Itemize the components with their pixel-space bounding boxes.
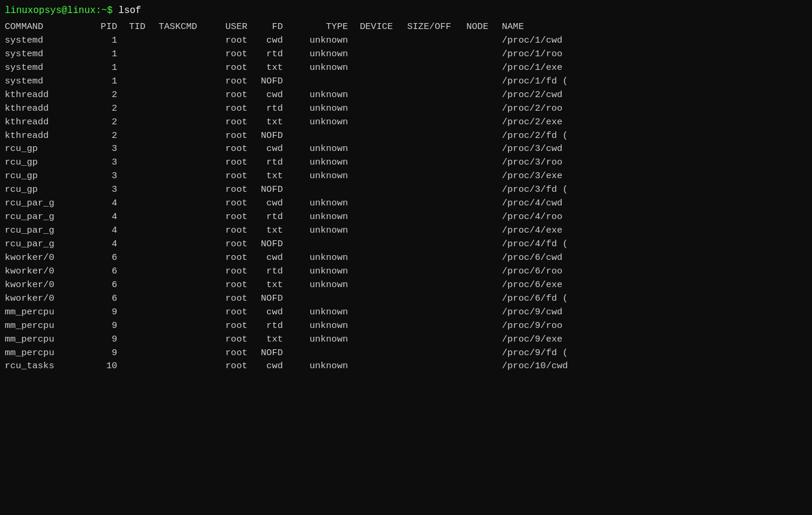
cell-user: root xyxy=(212,224,253,237)
cell-node xyxy=(466,75,502,88)
table-row: rcu_gp 3 root txt unknown /proc/3/exe xyxy=(5,169,807,183)
cell-taskcmd xyxy=(159,47,212,61)
table-row: rcu_par_g 4 root NOFD /proc/4/fd ( xyxy=(5,237,807,251)
cell-tid xyxy=(129,319,159,333)
cell-type xyxy=(289,75,360,88)
cell-fd: cwd xyxy=(253,359,289,373)
cell-device xyxy=(360,183,407,197)
cell-tid xyxy=(129,346,159,360)
cell-fd: rtd xyxy=(253,210,289,224)
cell-node xyxy=(466,88,502,102)
header-node: NODE xyxy=(466,20,502,34)
header-device: DEVICE xyxy=(360,20,407,34)
cell-device xyxy=(360,197,407,210)
cell-type xyxy=(289,183,360,197)
cell-taskcmd xyxy=(159,319,212,333)
cell-command: kthreadd xyxy=(5,88,82,102)
cell-fd: rtd xyxy=(253,156,289,169)
table-row: kworker/0 6 root cwd unknown /proc/6/cwd xyxy=(5,251,807,265)
cell-fd: NOFD xyxy=(253,129,289,143)
cell-fd: txt xyxy=(253,333,289,346)
cell-user: root xyxy=(212,169,253,183)
cell-fd: rtd xyxy=(253,47,289,61)
cell-command: kthreadd xyxy=(5,115,82,129)
cell-tid xyxy=(129,305,159,319)
cell-node xyxy=(466,319,502,333)
cell-sizeoff xyxy=(407,102,466,115)
cell-fd: rtd xyxy=(253,102,289,115)
cell-sizeoff xyxy=(407,359,466,373)
cell-node xyxy=(466,34,502,47)
cell-command: rcu_tasks xyxy=(5,359,82,373)
cell-command: mm_percpu xyxy=(5,305,82,319)
cell-pid: 6 xyxy=(82,251,129,265)
cell-sizeoff xyxy=(407,34,466,47)
cell-command: kworker/0 xyxy=(5,251,82,265)
table-row: rcu_par_g 4 root rtd unknown /proc/4/roo xyxy=(5,210,807,224)
cell-device xyxy=(360,346,407,360)
cell-device xyxy=(360,237,407,251)
cell-pid: 3 xyxy=(82,169,129,183)
cell-node xyxy=(466,333,502,346)
cell-taskcmd xyxy=(159,156,212,169)
cell-user: root xyxy=(212,210,253,224)
cell-fd: cwd xyxy=(253,88,289,102)
cell-command: kworker/0 xyxy=(5,292,82,305)
cell-name: /proc/2/exe xyxy=(502,115,562,129)
cell-sizeoff xyxy=(407,278,466,292)
cell-type xyxy=(289,346,360,360)
cell-pid: 6 xyxy=(82,278,129,292)
cell-type: unknown xyxy=(289,305,360,319)
cell-name: /proc/9/roo xyxy=(502,319,562,333)
cell-taskcmd xyxy=(159,75,212,88)
prompt-user: linuxopsys@linux:~$ xyxy=(5,5,112,16)
cell-type: unknown xyxy=(289,251,360,265)
cell-command: mm_percpu xyxy=(5,333,82,346)
table-row: systemd 1 root rtd unknown /proc/1/roo xyxy=(5,47,807,61)
cell-tid xyxy=(129,169,159,183)
cell-taskcmd xyxy=(159,115,212,129)
cell-user: root xyxy=(212,251,253,265)
cell-command: rcu_par_g xyxy=(5,237,82,251)
cell-user: root xyxy=(212,319,253,333)
cell-command: kworker/0 xyxy=(5,265,82,278)
cell-user: root xyxy=(212,292,253,305)
table-row: mm_percpu 9 root cwd unknown /proc/9/cwd xyxy=(5,305,807,319)
cell-node xyxy=(466,169,502,183)
cell-taskcmd xyxy=(159,142,212,156)
table-row: kthreadd 2 root rtd unknown /proc/2/roo xyxy=(5,102,807,115)
cell-device xyxy=(360,102,407,115)
cell-device xyxy=(360,88,407,102)
cell-sizeoff xyxy=(407,333,466,346)
cell-user: root xyxy=(212,142,253,156)
cell-fd: NOFD xyxy=(253,292,289,305)
cell-type xyxy=(289,237,360,251)
cell-taskcmd xyxy=(159,197,212,210)
cell-taskcmd xyxy=(159,346,212,360)
cell-type: unknown xyxy=(289,169,360,183)
cell-node xyxy=(466,115,502,129)
table-body: systemd 1 root cwd unknown /proc/1/cwd s… xyxy=(5,34,807,373)
cell-node xyxy=(466,278,502,292)
table-row: mm_percpu 9 root rtd unknown /proc/9/roo xyxy=(5,319,807,333)
cell-fd: txt xyxy=(253,278,289,292)
table-row: kworker/0 6 root NOFD /proc/6/fd ( xyxy=(5,292,807,305)
cell-device xyxy=(360,156,407,169)
cell-taskcmd xyxy=(159,305,212,319)
cell-fd: cwd xyxy=(253,197,289,210)
cell-taskcmd xyxy=(159,129,212,143)
cell-node xyxy=(466,197,502,210)
cell-pid: 3 xyxy=(82,142,129,156)
cell-command: kthreadd xyxy=(5,102,82,115)
cell-tid xyxy=(129,292,159,305)
cell-device xyxy=(360,278,407,292)
cell-tid xyxy=(129,102,159,115)
cell-tid xyxy=(129,237,159,251)
cell-pid: 2 xyxy=(82,102,129,115)
cell-device xyxy=(360,224,407,237)
cell-name: /proc/9/fd ( xyxy=(502,346,568,360)
cell-node xyxy=(466,183,502,197)
cell-fd: NOFD xyxy=(253,75,289,88)
cell-node xyxy=(466,265,502,278)
cell-sizeoff xyxy=(407,346,466,360)
